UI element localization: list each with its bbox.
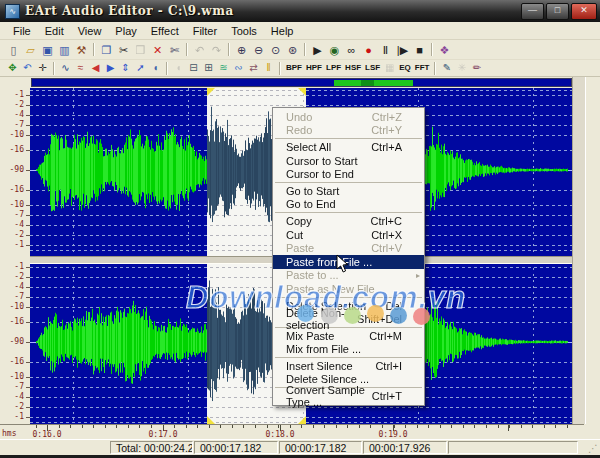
pause-icon[interactable]: Ⅱ: [377, 42, 394, 58]
chorus-icon[interactable]: ≋: [216, 61, 231, 75]
minor-tick: [278, 425, 279, 428]
zoom-all-icon[interactable]: ⊛: [284, 42, 301, 58]
menu-item-convert-sample-type[interactable]: Convert Sample Type ...Ctrl+T: [273, 389, 424, 403]
overview-bar[interactable]: [31, 78, 572, 87]
stretch-icon[interactable]: ⇕: [118, 61, 133, 75]
stop-icon[interactable]: ■: [411, 42, 428, 58]
undo-icon[interactable]: ↶: [191, 42, 208, 58]
trim-icon[interactable]: ✄: [166, 42, 183, 58]
play-all-icon[interactable]: ◉: [326, 42, 343, 58]
menu-filter[interactable]: Filter: [186, 24, 224, 38]
delete-icon[interactable]: ✕: [149, 42, 166, 58]
menu-tools[interactable]: Tools: [224, 24, 264, 38]
record-icon[interactable]: ●: [360, 42, 377, 58]
menu-item-mix-from-file[interactable]: Mix from File ...: [273, 343, 424, 357]
menu-item-paste-from-file[interactable]: Paste from File ...: [273, 255, 424, 269]
lsf-button[interactable]: LSF: [363, 61, 382, 75]
echo-icon[interactable]: ∾: [231, 61, 246, 75]
hpf-button[interactable]: HPF: [304, 61, 324, 75]
menu-effect[interactable]: Effect: [144, 24, 186, 38]
menu-separator: [275, 182, 422, 183]
save-icon[interactable]: ▣: [39, 42, 56, 58]
cursor-tool-icon[interactable]: ✛: [35, 61, 50, 75]
menu-item-redo[interactable]: RedoCtrl+Y: [273, 124, 424, 138]
vertical-scrollbar[interactable]: [572, 77, 586, 424]
minor-tick: [93, 425, 94, 428]
minor-tick: [347, 425, 348, 428]
play-from-cursor-icon[interactable]: |▶: [394, 42, 411, 58]
menu-item-cursor-to-start[interactable]: Cursor to Start: [273, 154, 424, 168]
bpf-button[interactable]: BPF: [284, 61, 304, 75]
menu-item-select-all[interactable]: Select AllCtrl+A: [273, 140, 424, 154]
resize-grip[interactable]: ⋰: [588, 443, 598, 454]
spectral-icon[interactable]: ✳: [454, 61, 469, 75]
menu-separator: [275, 297, 422, 298]
zoom-out-icon[interactable]: ⊖: [250, 42, 267, 58]
close-button[interactable]: ✕: [571, 3, 597, 20]
menu-item-go-to-start[interactable]: Go to Start: [273, 184, 424, 198]
menu-item-label: Copy: [286, 215, 312, 227]
mute-icon[interactable]: ◖: [171, 61, 186, 75]
graphic-eq-icon[interactable]: ▦: [382, 61, 397, 75]
redo-icon[interactable]: ↷: [208, 42, 225, 58]
tools-icon[interactable]: ⚒: [73, 42, 90, 58]
fade-out-icon[interactable]: ▶: [103, 61, 118, 75]
mixer-icon[interactable]: ‖: [261, 61, 276, 75]
menu-item-paste[interactable]: PasteCtrl+V: [273, 241, 424, 255]
menu-file[interactable]: File: [6, 24, 38, 38]
speaker-icon[interactable]: ◖: [148, 61, 163, 75]
menu-item-paste-to[interactable]: Paste to ...▸: [273, 269, 424, 283]
fade-in-icon[interactable]: ◀: [88, 61, 103, 75]
menu-item-label: Go to End: [286, 198, 336, 210]
menu-item-undo[interactable]: UndoCtrl+Z: [273, 110, 424, 124]
pitch-icon[interactable]: ➚: [133, 61, 148, 75]
menu-item-delete-non-selection[interactable]: Delete Non-selectionShift+Del: [273, 312, 424, 326]
menu-item-cursor-to-end[interactable]: Cursor to End: [273, 167, 424, 181]
db-label: -7: [14, 293, 24, 301]
menu-item-go-to-end[interactable]: Go to End: [273, 198, 424, 212]
db-label: -1: [14, 413, 24, 421]
menu-help[interactable]: Help: [264, 24, 301, 38]
cut-icon[interactable]: ✂: [115, 42, 132, 58]
toolbar-row1: ▯▱▣▥⚒❐✂❒✕✄↶↷⊕⊖⊙⊛▶◉∞●Ⅱ|▶■❖: [0, 40, 600, 60]
new-file-icon[interactable]: ▯: [5, 42, 22, 58]
menu-item-insert-silence[interactable]: Insert SilenceCtrl+I: [273, 359, 424, 373]
selection-arrow-icon[interactable]: ↶: [20, 61, 35, 75]
loop-icon[interactable]: ∞: [343, 42, 360, 58]
zoom-selection-icon[interactable]: ⊙: [267, 42, 284, 58]
menu-item-paste-as-new-file[interactable]: Paste as New File: [273, 282, 424, 296]
draw-wave-icon[interactable]: ✎: [439, 61, 454, 75]
copy-icon[interactable]: ❐: [98, 42, 115, 58]
play-icon[interactable]: ▶: [309, 42, 326, 58]
marker-icon[interactable]: ⊟: [186, 61, 201, 75]
menu-view[interactable]: View: [71, 24, 109, 38]
menu-edit[interactable]: Edit: [38, 24, 71, 38]
menu-item-shortcut: Ctrl+C: [371, 215, 420, 227]
lpf-button[interactable]: LPF: [324, 61, 343, 75]
fft-button[interactable]: FFT: [413, 61, 432, 75]
draw-sample-icon[interactable]: ✏: [469, 61, 484, 75]
pan-tool-icon[interactable]: ✥: [5, 61, 20, 75]
crossfade-icon[interactable]: ⇄: [246, 61, 261, 75]
hsf-button[interactable]: HSF: [343, 61, 363, 75]
paste-icon[interactable]: ❒: [132, 42, 149, 58]
title-bar[interactable]: ∿ EArt Audio Editor - C:\9.wma — □ ✕: [0, 0, 600, 22]
minor-tick: [267, 425, 268, 428]
overview-segment-dark: [361, 80, 374, 86]
amplify-icon[interactable]: ∿: [58, 61, 73, 75]
save-as-icon[interactable]: ▥: [56, 42, 73, 58]
minimize-button[interactable]: —: [521, 3, 544, 20]
region-icon[interactable]: ⊞: [201, 61, 216, 75]
zoom-in-icon[interactable]: ⊕: [233, 42, 250, 58]
normalize-icon[interactable]: ≈: [73, 61, 88, 75]
menu-item-copy[interactable]: CopyCtrl+C: [273, 214, 424, 228]
help-icon[interactable]: ❖: [436, 42, 453, 58]
eq-button[interactable]: EQ: [397, 61, 413, 75]
open-file-icon[interactable]: ▱: [22, 42, 39, 58]
maximize-button[interactable]: □: [546, 3, 569, 20]
minor-tick: [544, 425, 545, 428]
menu-item-cut[interactable]: CutCtrl+X: [273, 228, 424, 242]
db-label: -2: [14, 101, 24, 109]
menu-play[interactable]: Play: [108, 24, 143, 38]
menu-item-mix-paste[interactable]: Mix PasteCtrl+M: [273, 329, 424, 343]
